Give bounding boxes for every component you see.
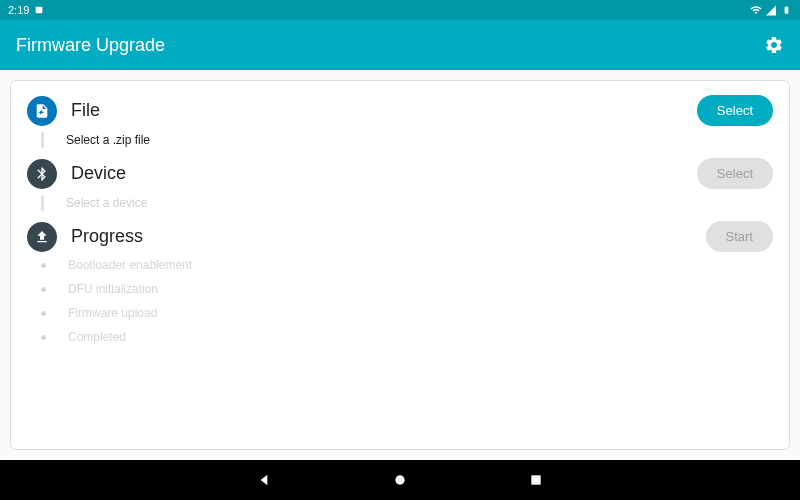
file-icon — [27, 96, 57, 126]
wifi-icon — [750, 4, 762, 16]
bluetooth-icon — [27, 159, 57, 189]
progress-section: Progress Start Bootloader enablement DFU… — [27, 221, 773, 344]
home-button[interactable] — [392, 472, 408, 488]
recent-apps-button[interactable] — [528, 472, 544, 488]
step-dot-icon — [41, 263, 46, 268]
step-label: Bootloader enablement — [68, 258, 192, 272]
upload-icon — [27, 222, 57, 252]
main-card: File Select Select a .zip file Device Se… — [10, 80, 790, 450]
step-label: Completed — [68, 330, 126, 344]
status-time: 2:19 — [8, 4, 29, 16]
file-section: File Select Select a .zip file — [27, 95, 773, 148]
app-title: Firmware Upgrade — [16, 35, 165, 56]
progress-step: Completed — [41, 330, 773, 344]
signal-icon — [765, 4, 777, 16]
device-indicator-bar — [41, 195, 44, 211]
content-area: File Select Select a .zip file Device Se… — [0, 70, 800, 460]
step-dot-icon — [41, 287, 46, 292]
progress-step: DFU initialization — [41, 282, 773, 296]
step-dot-icon — [41, 311, 46, 316]
svg-rect-0 — [36, 7, 43, 14]
file-title: File — [71, 100, 100, 121]
device-sub-text: Select a device — [66, 196, 147, 210]
notification-icon — [33, 4, 45, 16]
device-section: Device Select Select a device — [27, 158, 773, 211]
navigation-bar — [0, 460, 800, 500]
settings-icon[interactable] — [764, 35, 784, 55]
device-title: Device — [71, 163, 126, 184]
progress-step: Bootloader enablement — [41, 258, 773, 272]
file-select-button[interactable]: Select — [697, 95, 773, 126]
battery-icon — [780, 4, 792, 16]
back-button[interactable] — [256, 472, 272, 488]
file-indicator-bar — [41, 132, 44, 148]
svg-point-1 — [395, 475, 404, 484]
progress-step: Firmware upload — [41, 306, 773, 320]
file-sub-text: Select a .zip file — [66, 133, 150, 147]
app-bar: Firmware Upgrade — [0, 20, 800, 70]
status-bar: 2:19 — [0, 0, 800, 20]
progress-title: Progress — [71, 226, 143, 247]
step-dot-icon — [41, 335, 46, 340]
start-button[interactable]: Start — [706, 221, 773, 252]
step-label: Firmware upload — [68, 306, 157, 320]
step-label: DFU initialization — [68, 282, 158, 296]
svg-rect-2 — [531, 475, 540, 484]
device-select-button[interactable]: Select — [697, 158, 773, 189]
